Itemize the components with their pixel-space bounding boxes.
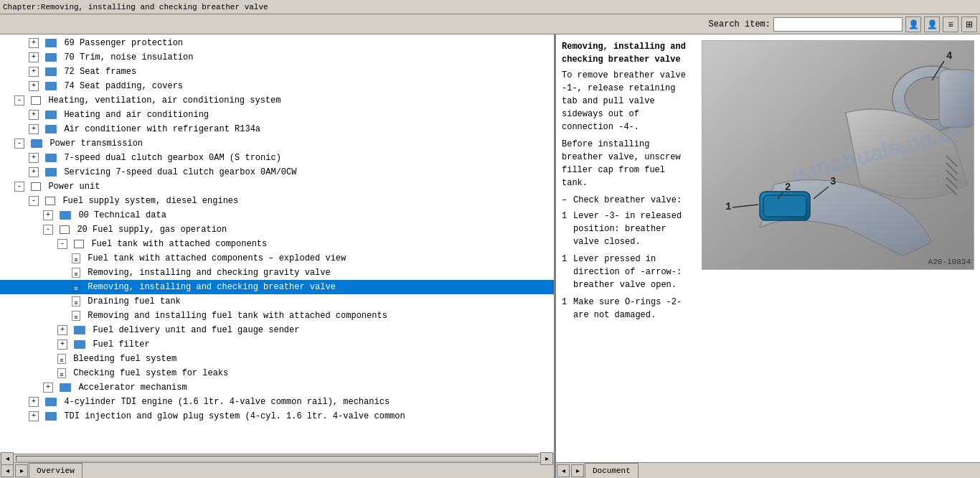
doc-para-1: To remove breather valve -1-, release re… (562, 69, 696, 133)
menu-btn[interactable]: ≡ (943, 17, 958, 32)
tree-item[interactable]: - Fuel supply system, diesel engines (0, 194, 554, 208)
tree-item[interactable]: + Accelerator mechanism (0, 380, 554, 395)
tree-item-selected[interactable]: ≡ Removing, installing and checking brea… (0, 280, 554, 294)
doc-content: Removing, installing and checking breath… (556, 34, 980, 462)
tree-item[interactable]: + Fuel delivery unit and fuel gauge send… (0, 323, 554, 337)
book-icon (31, 96, 41, 105)
doc-icon: ≡ (57, 368, 66, 378)
folder-icon (45, 125, 57, 133)
doc-image: 4 3 2 1 e.manuals.co.uk A20-10834 (702, 40, 974, 270)
tree-item[interactable]: + 72 Seat frames (0, 65, 554, 79)
folder-icon (60, 383, 71, 392)
tree-item[interactable]: + 69 Passenger protection (0, 36, 554, 50)
expand-icon: + (29, 124, 39, 134)
user-btn-1[interactable]: 👤 (905, 17, 921, 32)
folder-icon (74, 326, 85, 334)
tree-item[interactable]: + Servicing 7-speed dual clutch gearbox … (0, 165, 554, 179)
bottom-right-bar: ◂ ▸ Document (556, 463, 980, 479)
left-pane: + 69 Passenger protection + 70 Trim, noi… (0, 34, 556, 462)
tree-item[interactable]: + 7-speed dual clutch gearbox 0AM (S tro… (0, 151, 554, 165)
tree-item[interactable]: ≡ Fuel tank with attached components – e… (0, 251, 554, 266)
svg-text:2: 2 (785, 182, 791, 193)
toolbar: Search item: 👤 👤 ≡ ⊞ (0, 14, 980, 34)
tree-item[interactable]: + Heating and air conditioning (0, 108, 554, 122)
doc-icon: ≡ (57, 354, 66, 364)
expand-icon: + (29, 411, 39, 421)
expand-icon: + (29, 38, 39, 48)
tree-item[interactable]: - 20 Fuel supply, gas operation (0, 222, 554, 237)
engine-diagram: 4 3 2 1 e.manuals.co.uk (702, 41, 974, 270)
title-text: Chapter:Removing, installing and checkin… (3, 3, 268, 11)
expand-icon: + (43, 383, 53, 393)
tree-item[interactable]: + 74 Seat padding, covers (0, 79, 554, 93)
grid-btn[interactable]: ⊞ (961, 17, 977, 32)
expand-icon: - (43, 225, 53, 235)
expand-icon: + (43, 210, 53, 220)
tree-item[interactable]: + 00 Technical data (0, 208, 554, 222)
expand-icon: + (29, 67, 39, 77)
folder-icon (45, 168, 57, 177)
tree-item[interactable]: + 70 Trim, noise insulation (0, 50, 554, 65)
tree-item[interactable]: - Power transmission (0, 136, 554, 151)
expand-icon: + (29, 397, 39, 407)
folder-icon (45, 398, 57, 406)
tree-item[interactable]: ≡ Checking fuel system for leaks (0, 366, 554, 380)
book-icon (74, 240, 84, 248)
nav-next-btn[interactable]: ▸ (571, 464, 584, 477)
book-icon (45, 197, 55, 205)
image-label: A20-10834 (928, 258, 971, 266)
doc-num-3: 1 Make sure O-rings -2- are not damaged. (562, 296, 696, 322)
bottom-bar: ◂ ▸ Overview ◂ ▸ Document (0, 462, 980, 478)
doc-num-1: 1 Lever -3- in released position: breath… (562, 210, 696, 248)
tree-item[interactable]: + Fuel filter (0, 337, 554, 352)
tree-item[interactable]: - Fuel tank with attached components (0, 237, 554, 251)
folder-icon (45, 154, 57, 162)
search-input[interactable] (773, 17, 903, 32)
expand-icon: + (29, 110, 39, 120)
expand-icon: - (14, 95, 24, 106)
doc-icon: ≡ (72, 311, 80, 321)
folder-icon (74, 340, 85, 349)
tree-item[interactable]: ≡ Removing, installing and checking grav… (0, 266, 554, 280)
expand-icon: + (29, 167, 39, 177)
document-tab[interactable]: Document (585, 463, 639, 479)
expand-icon: - (14, 139, 24, 149)
tree-item[interactable]: ≡ Removing and installing fuel tank with… (0, 309, 554, 323)
expand-icon: - (57, 239, 67, 249)
search-label: Search item: (709, 19, 771, 29)
scroll-left-tree-btn[interactable]: ◂ (1, 464, 14, 477)
book-icon (60, 225, 70, 234)
bottom-left-bar: ◂ ▸ Overview (0, 463, 556, 479)
doc-icon: ≡ (72, 296, 80, 306)
folder-icon (45, 111, 57, 119)
expand-icon: + (57, 325, 67, 335)
overview-tab[interactable]: Overview (29, 463, 83, 479)
doc-icon: ≡ (72, 253, 80, 263)
expand-icon: + (29, 52, 39, 62)
expand-icon: + (29, 153, 39, 163)
user-btn-2[interactable]: 👤 (924, 17, 940, 32)
tree-scrollbar[interactable]: ◂ ▸ (0, 454, 554, 462)
expand-icon: - (14, 182, 24, 192)
tree-item[interactable]: + Air conditioner with refrigerant R134a (0, 122, 554, 136)
tree-item[interactable]: + TDI injection and glow plug system (4-… (0, 409, 554, 423)
folder-icon (60, 211, 71, 220)
tree-item[interactable]: - Heating, ventilation, air conditioning… (0, 93, 554, 108)
folder-icon (45, 67, 57, 76)
tree-item[interactable]: + 4-cylinder TDI engine (1.6 ltr. 4-valv… (0, 395, 554, 409)
tree-item[interactable]: ≡ Bleeding fuel system (0, 352, 554, 366)
expand-icon: + (57, 339, 67, 350)
scroll-right-tree-btn[interactable]: ▸ (15, 464, 28, 477)
tree-area: + 69 Passenger protection + 70 Trim, noi… (0, 34, 554, 454)
folder-icon (45, 53, 57, 62)
nav-prev-btn[interactable]: ◂ (557, 464, 570, 477)
right-pane: Removing, installing and checking breath… (556, 34, 980, 462)
doc-text: Removing, installing and checking breath… (562, 40, 696, 456)
tree-item[interactable]: - Power unit (0, 179, 554, 194)
folder-icon (45, 412, 57, 421)
doc-dash-1: – Check breather valve: (562, 194, 696, 207)
folder-icon (31, 139, 42, 148)
book-icon (31, 182, 41, 191)
folder-icon (45, 39, 57, 47)
tree-item[interactable]: ≡ Draining fuel tank (0, 294, 554, 309)
